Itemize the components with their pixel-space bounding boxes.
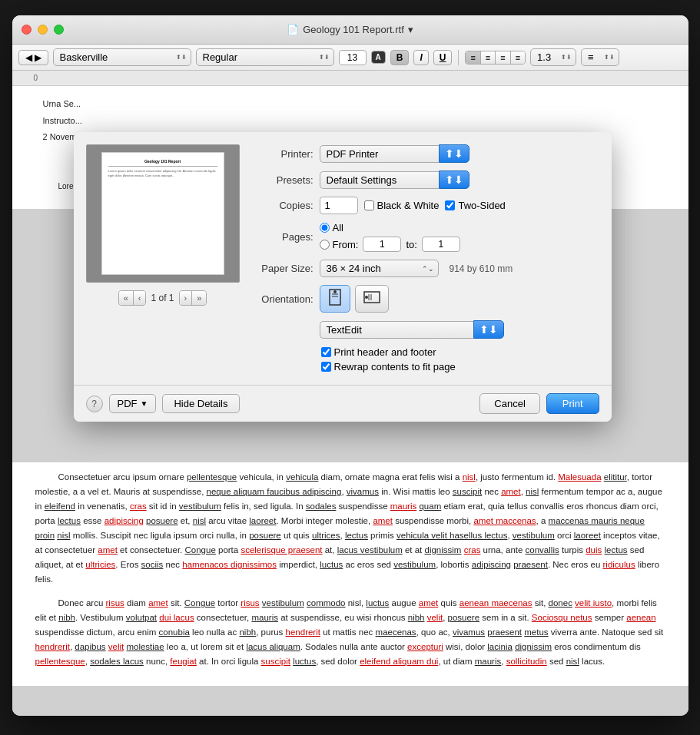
copies-input[interactable] [320, 197, 358, 214]
pdf-btn-group: PDF ▼ [109, 394, 157, 413]
prev-page-button[interactable]: ‹ [134, 291, 146, 305]
pages-row: Pages: All From: [252, 222, 599, 252]
font-style-select[interactable]: Regular [196, 48, 334, 66]
textedit-select-wrapper: TextEdit ⬆⬇ [320, 320, 504, 339]
pdf-label: PDF [118, 398, 138, 409]
pdf-button[interactable]: PDF ▼ [109, 394, 157, 413]
landscape-button[interactable] [355, 285, 389, 313]
rewrap-label[interactable]: Rewrap contents to fit page [321, 361, 599, 372]
align-left-button[interactable]: ≡ [466, 51, 480, 64]
alignment-group: ≡ ≡ ≡ ≡ [465, 51, 526, 65]
textedit-row: TextEdit ⬆⬇ [320, 320, 599, 339]
maximize-button[interactable] [54, 25, 64, 35]
main-window: 📄 Geology 101 Report.rtf ▾ ◀ ▶ Baskervil… [12, 15, 688, 716]
preview-text: Lorem ipsum dolor sit amet consectetur a… [108, 169, 217, 177]
footer-right: Cancel Print [479, 393, 599, 414]
underline-button[interactable]: U [433, 50, 453, 65]
presets-row: Presets: Default Settings ⬆⬇ [252, 171, 599, 189]
pages-radio-group: All From: to: [320, 222, 460, 252]
bold-button[interactable]: B [390, 50, 410, 65]
print-button[interactable]: Print [546, 393, 599, 414]
black-white-checkbox[interactable] [364, 200, 374, 210]
nav-left-icon: ◀ [25, 52, 32, 63]
title-icon: 📄 [287, 24, 299, 35]
portrait-icon [328, 289, 342, 306]
toolbar-separator-1 [458, 50, 459, 65]
pages-label: Pages: [252, 231, 314, 243]
italic-button[interactable]: I [413, 50, 428, 65]
pages-to-input[interactable] [422, 237, 460, 252]
black-white-text: Black & White [377, 200, 440, 211]
presets-label: Presets: [252, 174, 314, 186]
font-style-wrapper: Regular [196, 48, 334, 66]
line-spacing-wrapper: 1.3 [530, 48, 576, 66]
pages-from-radio[interactable] [320, 240, 330, 250]
nav-btn-group-left: « ‹ [118, 290, 147, 306]
print-header-checkbox[interactable] [321, 347, 331, 357]
preview-section: Geology 101 Report Lorem ipsum dolor sit… [86, 144, 240, 372]
pages-from-radio-label[interactable]: From: [320, 239, 359, 250]
print-header-label[interactable]: Print header and footer [321, 346, 599, 358]
body-paragraph-1: Consectetuer arcu ipsum ornare pellentes… [35, 470, 665, 587]
help-button[interactable]: ? [86, 396, 103, 412]
align-center-button[interactable]: ≡ [481, 51, 496, 64]
printer-arrow-button[interactable]: ⬆⬇ [439, 144, 469, 163]
printer-label: Printer: [252, 148, 314, 160]
footer-left: ? PDF ▼ Hide Details [86, 394, 240, 413]
align-right-button[interactable]: ≡ [496, 51, 510, 64]
two-sided-label[interactable]: Two-Sided [445, 200, 505, 211]
options-section: Print header and footer Rewrap contents … [321, 346, 599, 372]
first-page-button[interactable]: « [119, 291, 134, 305]
color-picker-btn[interactable]: A [371, 51, 386, 64]
paper-size-label: Paper Size: [252, 263, 314, 274]
traffic-lights [22, 25, 64, 35]
textedit-select[interactable]: TextEdit [320, 321, 473, 339]
printer-select[interactable]: PDF Printer [320, 145, 439, 163]
content-area: Urna Se... Instructo... 2 Novem... Geolo… [12, 86, 688, 716]
doc-name: Urna Se... [43, 98, 658, 111]
two-sided-checkbox[interactable] [445, 200, 455, 210]
last-page-button[interactable]: » [192, 291, 206, 305]
doc-instructor: Instructo... [43, 114, 658, 128]
nav-back-button[interactable]: ◀ ▶ [18, 50, 48, 65]
two-sided-text: Two-Sided [458, 200, 505, 211]
cancel-button[interactable]: Cancel [479, 393, 539, 414]
presets-select[interactable]: Default Settings [320, 171, 439, 189]
print-header-text: Print header and footer [334, 346, 436, 358]
hide-details-button[interactable]: Hide Details [162, 394, 239, 413]
page-indicator: 1 of 1 [151, 293, 174, 303]
portrait-button[interactable] [320, 285, 350, 313]
form-section: Printer: PDF Printer ⬆⬇ Presets: [252, 144, 599, 372]
preview-navigation: « ‹ 1 of 1 › » [86, 290, 240, 306]
textedit-arrow-button[interactable]: ⬆⬇ [473, 320, 504, 339]
nav-btn-group-right: › » [179, 290, 207, 306]
pages-all-radio[interactable] [320, 223, 330, 233]
rewrap-checkbox[interactable] [321, 362, 331, 372]
preview-page: Geology 101 Report Lorem ipsum dolor sit… [101, 152, 224, 275]
pages-all-radio-label[interactable]: All [320, 222, 460, 233]
list-style-select[interactable]: ≡ [581, 48, 619, 66]
paper-size-wrapper: 36 × 24 inch [320, 260, 439, 277]
rewrap-text: Rewrap contents to fit page [334, 361, 456, 372]
line-spacing-select[interactable]: 1.3 [530, 48, 576, 66]
minimize-button[interactable] [38, 25, 48, 35]
print-dialog: Geology 101 Report Lorem ipsum dolor sit… [74, 132, 612, 422]
next-page-button[interactable]: › [180, 291, 193, 305]
document-body-text: Consectetuer arcu ipsum ornare pellentes… [12, 462, 688, 686]
paper-dimensions: 914 by 610 mm [450, 263, 513, 274]
preview-divider [108, 166, 217, 167]
close-button[interactable] [22, 25, 32, 35]
presets-arrow-button[interactable]: ⬆⬇ [439, 171, 469, 189]
window-title: 📄 Geology 101 Report.rtf ▾ [287, 24, 413, 35]
ruler: 0 [12, 71, 688, 86]
align-justify-button[interactable]: ≡ [511, 51, 525, 64]
font-family-select[interactable]: Baskerville [53, 48, 191, 66]
paper-size-select[interactable]: 36 × 24 inch [320, 260, 439, 277]
print-dialog-content: Geology 101 Report Lorem ipsum dolor sit… [74, 132, 612, 385]
presets-select-wrapper: Default Settings ⬆⬇ [320, 171, 469, 189]
font-size-input[interactable] [339, 50, 367, 65]
pages-from-input[interactable] [363, 237, 401, 252]
black-white-label[interactable]: Black & White [364, 200, 440, 211]
list-style-wrapper: ≡ [581, 48, 619, 66]
copies-label: Copies: [252, 200, 314, 211]
